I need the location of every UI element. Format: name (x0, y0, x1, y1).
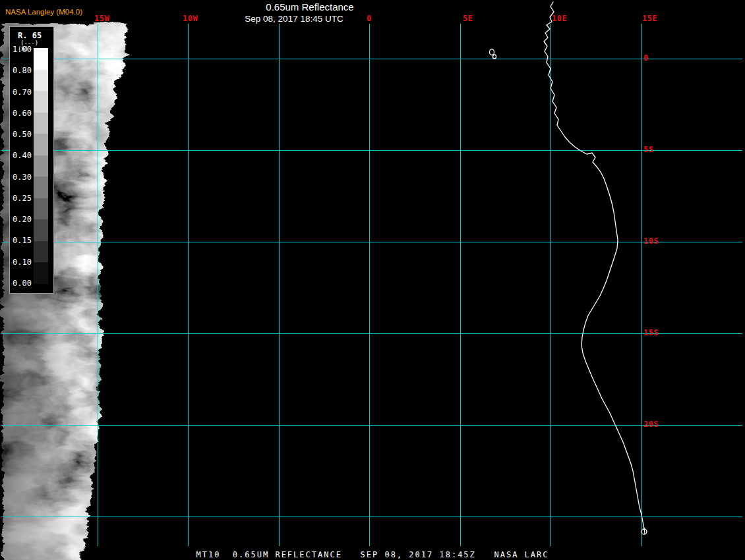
image-title: 0.65um Reflectance (266, 1, 353, 13)
image-timestamp: Sep 08, 2017 18:45 UTC (245, 14, 343, 24)
text-overlay: NASA Langley (M04.0) 0.65um Reflectance … (0, 0, 745, 560)
footer-caption: MT10 0.65UM REFLECTANCE SEP 08, 2017 18:… (196, 550, 549, 559)
satellite-image-viewer: { "theme": { "background": "#000000", "t… (0, 0, 745, 560)
credit-label: NASA Langley (M04.0) (5, 8, 82, 16)
